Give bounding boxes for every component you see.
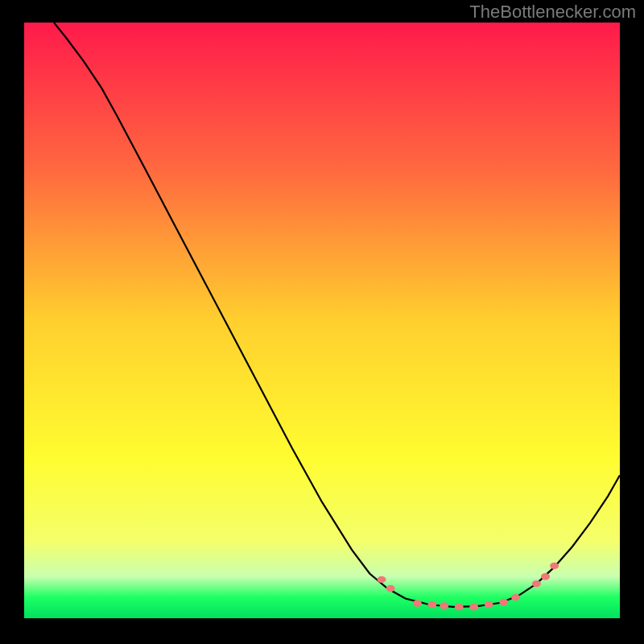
watermark-label: TheBottlenecker.com (469, 2, 636, 23)
data-marker (532, 580, 541, 587)
data-marker (499, 599, 508, 605)
data-marker (378, 576, 386, 583)
data-marker (550, 563, 559, 569)
data-marker (440, 602, 448, 609)
data-marker (485, 601, 493, 608)
data-marker (469, 604, 478, 610)
data-marker (386, 585, 395, 592)
chart-container: TheBottlenecker.com (0, 0, 644, 644)
bottleneck-chart (24, 23, 620, 618)
data-marker (413, 600, 422, 606)
data-marker (455, 604, 464, 610)
data-marker (541, 573, 550, 580)
data-marker (511, 594, 520, 601)
gradient-background (24, 23, 620, 618)
data-marker (427, 601, 436, 608)
